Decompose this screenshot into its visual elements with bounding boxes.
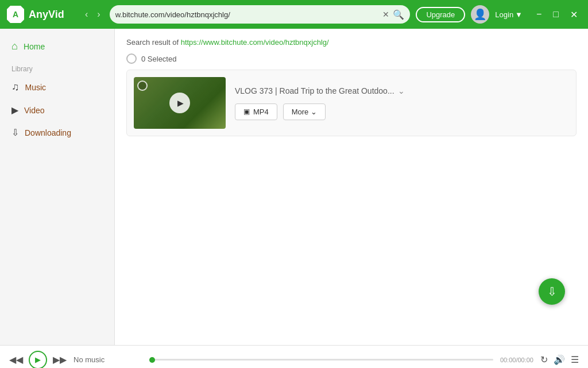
play-icon: ▶: [35, 355, 41, 364]
url-search-icon[interactable]: 🔍: [393, 9, 404, 20]
more-chevron-icon: ⌄: [311, 108, 317, 116]
logo-letter: A: [13, 10, 18, 19]
progress-bar[interactable]: [149, 359, 493, 361]
play-pause-button[interactable]: ▶: [29, 351, 47, 369]
sidebar-item-downloading[interactable]: ⇩ Downloading: [0, 121, 114, 144]
time-display: 00:00/00:00: [500, 356, 533, 363]
mp4-label: MP4: [253, 108, 269, 116]
app-logo-icon: A: [7, 6, 24, 23]
upgrade-button[interactable]: Upgrade: [416, 7, 465, 22]
result-actions: ▣ MP4 More ⌄: [235, 103, 569, 120]
url-clear-icon[interactable]: ✕: [382, 10, 389, 19]
repeat-button[interactable]: ↻: [540, 354, 548, 365]
track-info: No music: [74, 355, 142, 364]
next-button[interactable]: ▶▶: [53, 354, 67, 365]
sidebar-music-label: Music: [25, 83, 47, 92]
thumbnail-select[interactable]: [137, 80, 148, 91]
sidebar-downloading-label: Downloading: [25, 128, 71, 137]
progress-area[interactable]: [149, 359, 493, 361]
url-text: w.bitchute.com/video/hztbnqxjchlg/: [115, 10, 380, 19]
mp4-button[interactable]: ▣ MP4: [235, 103, 277, 120]
titlebar: A AnyVid ‹ › w.bitchute.com/video/hztbnq…: [0, 0, 588, 29]
download-icon: ⇩: [11, 127, 19, 138]
search-result-header: Search result of https://www.bitchute.co…: [115, 29, 588, 51]
no-music-label: No music: [74, 355, 105, 364]
back-button[interactable]: ‹: [82, 7, 91, 22]
more-label: More: [292, 108, 309, 116]
download-fab-icon: ⇩: [547, 285, 557, 298]
more-button[interactable]: More ⌄: [283, 103, 326, 120]
library-label: Library: [0, 58, 114, 75]
app-logo: A AnyVid: [7, 6, 76, 23]
selected-count: 0 Selected: [141, 55, 176, 63]
chevron-down-icon: ▼: [515, 10, 523, 19]
nav-arrows: ‹ ›: [82, 7, 104, 22]
video-icon: ▶: [11, 105, 18, 116]
progress-dot: [149, 357, 155, 363]
play-overlay-button[interactable]: [169, 93, 190, 113]
main-layout: ⌂ Home Library ♫ Music ▶ Video ⇩ Downloa…: [0, 29, 588, 345]
minimize-button[interactable]: −: [533, 8, 545, 21]
maximize-button[interactable]: □: [550, 8, 562, 21]
app-title: AnyVid: [29, 9, 64, 21]
results-list: VLOG 373 | Road Trip to the Great Outdoo…: [115, 70, 588, 136]
content-area: Search result of https://www.bitchute.co…: [115, 29, 588, 345]
video-thumbnail[interactable]: [134, 77, 226, 129]
sidebar-item-music[interactable]: ♫ Music: [0, 75, 114, 99]
search-result-prefix: Search result of: [126, 38, 181, 47]
prev-button[interactable]: ◀◀: [9, 354, 23, 365]
sidebar-home-label: Home: [24, 42, 45, 51]
search-result-url[interactable]: https://www.bitchute.com/video/hztbnqxjc…: [181, 38, 329, 47]
player-right-controls: ↻ 🔊 ☰: [540, 354, 579, 365]
result-card: VLOG 373 | Road Trip to the Great Outdoo…: [126, 70, 577, 136]
home-icon: ⌂: [11, 40, 18, 52]
music-icon: ♫: [11, 81, 20, 93]
sidebar-item-home[interactable]: ⌂ Home: [0, 34, 114, 58]
sidebar-item-video[interactable]: ▶ Video: [0, 99, 114, 121]
result-title: VLOG 373 | Road Trip to the Great Outdoo…: [235, 86, 569, 95]
url-bar[interactable]: w.bitchute.com/video/hztbnqxjchlg/ ✕ 🔍: [110, 5, 411, 24]
avatar[interactable]: 👤: [471, 5, 489, 24]
forward-button[interactable]: ›: [94, 7, 103, 22]
close-button[interactable]: ✕: [567, 8, 581, 21]
sidebar: ⌂ Home Library ♫ Music ▶ Video ⇩ Downloa…: [0, 29, 115, 345]
download-fab-button[interactable]: ⇩: [539, 278, 565, 305]
result-title-text: VLOG 373 | Road Trip to the Great Outdoo…: [235, 86, 394, 95]
select-row: 0 Selected: [115, 51, 588, 70]
player-controls: ◀◀ ▶ ▶▶: [9, 351, 67, 369]
volume-button[interactable]: 🔊: [554, 354, 565, 365]
player-bar: ◀◀ ▶ ▶▶ No music 00:00/00:00 ↻ 🔊 ☰: [0, 345, 588, 368]
mp4-icon: ▣: [243, 108, 250, 116]
login-button[interactable]: Login ▼: [495, 10, 523, 19]
window-controls: − □ ✕: [533, 8, 581, 21]
sidebar-video-label: Video: [24, 106, 45, 115]
queue-button[interactable]: ☰: [571, 354, 579, 365]
expand-icon[interactable]: ⌄: [398, 86, 405, 95]
select-all-radio[interactable]: [126, 53, 137, 64]
result-info: VLOG 373 | Road Trip to the Great Outdoo…: [235, 86, 569, 120]
